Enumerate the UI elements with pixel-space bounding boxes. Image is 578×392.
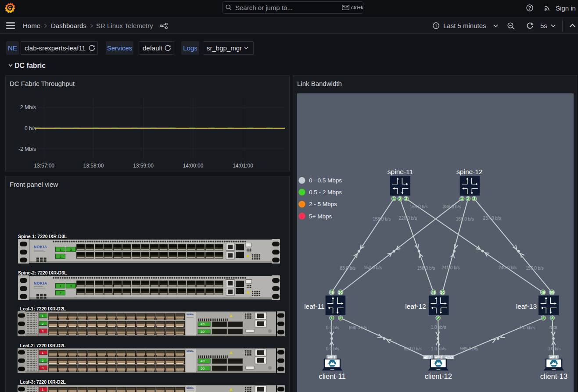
svg-text:50: 50 xyxy=(201,329,205,333)
svg-text:NOKIA: NOKIA xyxy=(187,313,194,316)
svg-text:389.0 b/s: 389.0 b/s xyxy=(443,204,461,209)
svg-text:client-12: client-12 xyxy=(424,372,452,380)
svg-text:0.0 b/s: 0.0 b/s xyxy=(326,346,339,351)
svg-text:1.0 kb/s: 1.0 kb/s xyxy=(431,346,446,351)
svg-text:152.0 b/s: 152.0 b/s xyxy=(363,265,381,270)
svg-text:0.0 b/s: 0.0 b/s xyxy=(326,325,339,330)
svg-text:2: 2 xyxy=(467,196,469,201)
svg-text:NOKIA: NOKIA xyxy=(34,245,47,249)
svg-text:237.0 b/s: 237.0 b/s xyxy=(483,215,501,220)
svg-text:client-11: client-11 xyxy=(319,372,345,380)
svg-text:1: 1 xyxy=(330,316,333,320)
svg-text:spine-11: spine-11 xyxy=(387,167,413,175)
svg-text:2: 2 xyxy=(339,316,341,320)
svg-text:49: 49 xyxy=(431,290,435,294)
svg-text:spine-12: spine-12 xyxy=(456,167,482,175)
svg-text:158.0 b/s: 158.0 b/s xyxy=(417,266,435,271)
svg-text:2 - 5 Mbps: 2 - 5 Mbps xyxy=(309,201,337,207)
svg-text:1: 1 xyxy=(42,388,43,392)
svg-text:14:00:00: 14:00:00 xyxy=(183,163,204,169)
svg-text:1: 1 xyxy=(42,351,43,355)
svg-text:1: 1 xyxy=(461,196,463,201)
svg-text:3: 3 xyxy=(551,316,553,320)
svg-text:240.0 b/s: 240.0 b/s xyxy=(498,265,516,270)
svg-text:client-13: client-13 xyxy=(540,372,567,380)
svg-text:5+ Mbps: 5+ Mbps xyxy=(309,213,332,219)
svg-text:3: 3 xyxy=(42,366,43,370)
svg-text:NOKIA: NOKIA xyxy=(187,387,194,389)
svg-text:158.0 b/s: 158.0 b/s xyxy=(409,204,427,209)
svg-text:1.0 kb/s: 1.0 kb/s xyxy=(519,325,535,330)
svg-text:0 - 0.5 Mbps: 0 - 0.5 Mbps xyxy=(309,177,342,184)
svg-text:2: 2 xyxy=(42,321,43,325)
svg-text:49: 49 xyxy=(330,290,334,294)
svg-text:?: ? xyxy=(528,6,531,11)
svg-text:50: 50 xyxy=(201,366,205,370)
svg-text:1: 1 xyxy=(59,248,61,252)
svg-text:leaf-11: leaf-11 xyxy=(304,302,324,310)
svg-text:rate: rate xyxy=(549,325,557,330)
svg-text:49: 49 xyxy=(201,359,205,363)
svg-text:0.5 - 2 Mbps: 0.5 - 2 Mbps xyxy=(309,189,342,195)
svg-text:leaf-13: leaf-13 xyxy=(516,302,536,310)
svg-text:3: 3 xyxy=(70,248,72,252)
svg-text:50: 50 xyxy=(440,290,445,294)
svg-text:989.0 b/s: 989.0 b/s xyxy=(460,346,478,351)
svg-text:2: 2 xyxy=(59,291,61,295)
svg-text:890.0 b/s: 890.0 b/s xyxy=(349,325,367,330)
svg-text:158.0 b/s: 158.0 b/s xyxy=(373,216,391,221)
svg-text:1: 1 xyxy=(59,284,61,288)
svg-text:49: 49 xyxy=(201,322,205,326)
svg-text:50: 50 xyxy=(338,290,342,294)
svg-text:NOKIA: NOKIA xyxy=(34,281,47,285)
svg-text:13:57:00: 13:57:00 xyxy=(34,163,54,169)
svg-text:leaf-12: leaf-12 xyxy=(405,302,426,310)
svg-text:168.0 b/s: 168.0 b/s xyxy=(456,216,474,221)
svg-text:3: 3 xyxy=(42,329,43,333)
svg-text:3: 3 xyxy=(70,284,72,288)
svg-text:3: 3 xyxy=(405,196,407,201)
svg-text:2: 2 xyxy=(42,358,43,362)
svg-text:3: 3 xyxy=(473,196,475,201)
svg-text:50: 50 xyxy=(549,290,554,294)
svg-text:2: 2 xyxy=(437,316,439,320)
svg-text:0.0 b/s: 0.0 b/s xyxy=(547,346,560,351)
svg-text:0 b/s: 0 b/s xyxy=(25,125,36,132)
svg-text:1: 1 xyxy=(393,196,395,201)
svg-text:2: 2 xyxy=(542,316,544,320)
svg-text:2: 2 xyxy=(59,255,61,259)
svg-text:14:01:00: 14:01:00 xyxy=(233,163,253,169)
svg-text:241.0 b/s: 241.0 b/s xyxy=(442,265,460,270)
svg-text:83.0 b/s: 83.0 b/s xyxy=(340,266,355,271)
svg-text:2 Mb/s: 2 Mb/s xyxy=(20,104,36,110)
svg-text:-2 Mb/s: -2 Mb/s xyxy=(18,146,36,152)
svg-text:1.0 kb/s: 1.0 kb/s xyxy=(431,325,446,330)
svg-text:1: 1 xyxy=(42,314,43,318)
svg-text:2: 2 xyxy=(398,196,401,201)
svg-text:157.0 b/s: 157.0 b/s xyxy=(525,266,543,271)
svg-text:13:59:00: 13:59:00 xyxy=(133,163,154,169)
svg-text:226.0 b/s: 226.0 b/s xyxy=(398,216,416,221)
svg-text:13:58:00: 13:58:00 xyxy=(83,163,104,169)
svg-text:890.0 b/s: 890.0 b/s xyxy=(403,346,421,351)
svg-text:49: 49 xyxy=(541,290,545,294)
svg-text:NOKIA: NOKIA xyxy=(187,350,194,353)
